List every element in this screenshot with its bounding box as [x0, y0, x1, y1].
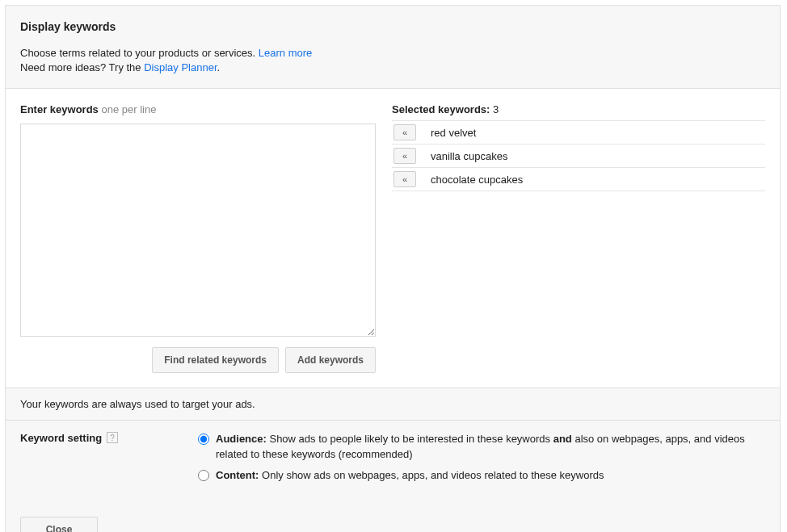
- help-icon[interactable]: ?: [107, 432, 118, 443]
- radio-content-label[interactable]: Content: Only show ads on webpages, apps…: [216, 468, 765, 483]
- selected-count-separator: :: [486, 103, 493, 115]
- enter-keywords-label-text: Enter keywords: [20, 103, 99, 115]
- audience-option-text-1: Show ads to people likely to be interest…: [267, 433, 553, 445]
- remove-keyword-button[interactable]: «: [394, 124, 416, 140]
- info-text: Your keywords are always used to target …: [20, 398, 255, 410]
- radio-audience-row: Audience: Show ads to people likely to b…: [198, 432, 765, 461]
- description-text-2: Need more ideas? Try the: [20, 61, 144, 73]
- info-bar: Your keywords are always used to target …: [6, 387, 780, 421]
- selected-keywords-label: Selected keywords: 3: [392, 103, 765, 115]
- selected-keywords-count: 3: [493, 103, 499, 115]
- radio-content-row: Content: Only show ads on webpages, apps…: [198, 468, 765, 483]
- keyword-text: vanilla cupcakes: [431, 150, 507, 162]
- radio-audience[interactable]: [198, 434, 209, 445]
- add-keywords-button[interactable]: Add keywords: [285, 347, 376, 373]
- content-option-text: Only show ads on webpages, apps, and vid…: [259, 469, 604, 481]
- keyword-setting-label: Keyword setting: [20, 432, 102, 444]
- radio-content[interactable]: [198, 470, 209, 481]
- list-item: « chocolate cupcakes: [392, 168, 765, 191]
- keyword-setting-options: Audience: Show ads to people likely to b…: [198, 432, 765, 489]
- keyword-setting-label-col: Keyword setting ?: [20, 432, 182, 489]
- remove-keyword-button[interactable]: «: [394, 148, 416, 164]
- display-keywords-panel: Display keywords Choose terms related to…: [5, 5, 781, 532]
- selected-keywords-column: Selected keywords: 3 « red velvet « vani…: [392, 103, 765, 373]
- radio-audience-label[interactable]: Audience: Show ads to people likely to b…: [216, 432, 765, 461]
- audience-option-and: and: [553, 433, 572, 445]
- content-option-name: Content:: [216, 469, 259, 481]
- enter-keywords-label: Enter keywords one per line: [20, 103, 376, 115]
- footer-section: Close: [6, 504, 780, 532]
- description-text-1: Choose terms related to your products or…: [20, 47, 259, 59]
- panel-title: Display keywords: [20, 20, 765, 33]
- keyword-text: chocolate cupcakes: [431, 174, 523, 186]
- keywords-button-row: Find related keywords Add keywords: [20, 347, 376, 373]
- enter-keywords-column: Enter keywords one per line Find related…: [20, 103, 376, 373]
- learn-more-link[interactable]: Learn more: [259, 47, 312, 59]
- keyword-text: red velvet: [431, 127, 476, 139]
- panel-description: Choose terms related to your products or…: [20, 46, 765, 75]
- remove-keyword-button[interactable]: «: [394, 171, 416, 187]
- keywords-textarea[interactable]: [20, 124, 376, 337]
- enter-keywords-hint: one per line: [99, 103, 157, 115]
- list-item: « red velvet: [392, 121, 765, 145]
- header-section: Display keywords Choose terms related to…: [6, 6, 780, 89]
- audience-option-name: Audience:: [216, 433, 267, 445]
- find-related-keywords-button[interactable]: Find related keywords: [152, 347, 279, 373]
- main-section: Enter keywords one per line Find related…: [6, 89, 780, 387]
- selected-keywords-label-text: Selected keywords: [392, 103, 486, 115]
- list-item: « vanilla cupcakes: [392, 145, 765, 168]
- keyword-setting-section: Keyword setting ? Audience: Show ads to …: [6, 421, 780, 504]
- display-planner-link[interactable]: Display Planner: [144, 61, 217, 73]
- description-text-2-suffix: .: [217, 61, 221, 73]
- close-button[interactable]: Close: [20, 517, 98, 532]
- selected-keywords-list: « red velvet « vanilla cupcakes « chocol…: [392, 120, 765, 191]
